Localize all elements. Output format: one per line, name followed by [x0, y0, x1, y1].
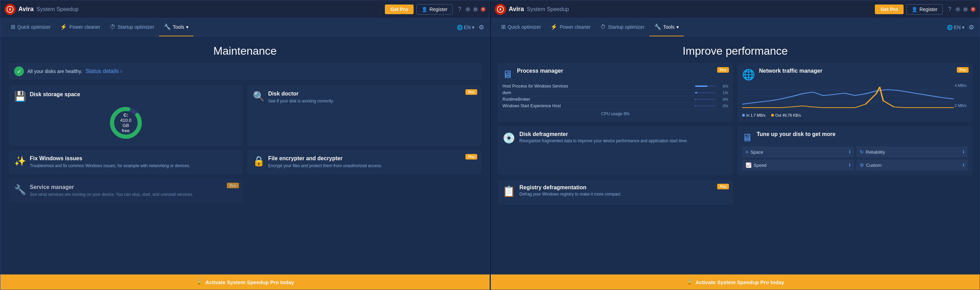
help-icon-right[interactable]: ?	[948, 6, 951, 13]
nav-startup-optimizer-left[interactable]: ⏱ Startup optimizer	[105, 18, 159, 36]
page-title-right: Improve performance	[491, 36, 980, 63]
minimize-button-right[interactable]: ─	[955, 7, 960, 12]
activate-bar-left[interactable]: 🔒 Activate System Speedup Pro today	[0, 274, 490, 290]
lock-icon-right: 🔒	[686, 279, 693, 285]
get-pro-button-right[interactable]: Get Pro	[875, 5, 904, 14]
tune-custom-button[interactable]: ⚙ Custom ℹ	[856, 159, 968, 170]
out-dot	[771, 114, 774, 116]
defrag-title: Disk defragmenter	[519, 131, 688, 137]
window-controls-left: ─ □ ✕	[465, 7, 485, 12]
nav-tools-left[interactable]: 🔧 Tools ▾	[159, 18, 194, 36]
close-button-right[interactable]: ✕	[970, 7, 975, 12]
left-window: Avira System Speedup Get Pro 👤 Register …	[0, 0, 490, 290]
health-message: All your disks are healthy.	[27, 69, 82, 74]
defrag-desc: Reorganize fragmented data to improve yo…	[519, 138, 688, 144]
globe-icon-left: 🌐	[457, 25, 463, 30]
disk-donut: C: 410.0 GB free	[108, 105, 143, 140]
disk-doctor-title: Disk doctor	[268, 91, 334, 97]
navbar-right: ⊞ Quick optimizer ⚡ Power cleaner ⏱ Star…	[491, 18, 980, 36]
space-icon: ≡	[746, 149, 748, 155]
titlebar-icons-right: ?	[948, 6, 951, 13]
register-button-right[interactable]: 👤 Register	[906, 4, 943, 14]
registry-pro-badge: Pro	[717, 184, 729, 189]
file-encrypter-title: File encrypter and decrypter	[268, 155, 382, 162]
close-button-left[interactable]: ✕	[480, 7, 485, 12]
tune-up-icon: 🖥	[742, 132, 752, 143]
tune-speed-button[interactable]: 📈 Speed ℹ	[742, 159, 854, 170]
process-item-1: dwm 1%	[503, 90, 728, 96]
tools-icon-right: 🔧	[654, 24, 661, 30]
lock-icon-left: 🔒	[196, 279, 203, 285]
nav-tools-right[interactable]: 🔧 Tools ▾	[649, 18, 684, 36]
fix-windows-title: Fix Windows issues	[30, 155, 190, 162]
network-icon: 🌐	[742, 69, 755, 81]
custom-info-icon[interactable]: ℹ	[963, 163, 964, 167]
health-check-icon: ✓	[14, 67, 24, 76]
content-left: Maintenance ✓ All your disks are healthy…	[0, 36, 490, 274]
tune-reliability-button[interactable]: ↻ Reliability ℹ	[856, 147, 968, 158]
chevron-right-icon: ›	[120, 68, 122, 75]
nav-power-cleaner-left[interactable]: ⚡ Power cleaner	[55, 18, 105, 36]
network-traffic-card: Pro 🌐 Network traffic manager	[737, 63, 973, 122]
quick-optimizer-icon-left: ⊞	[11, 24, 15, 30]
defrag-icon: 💿	[503, 132, 515, 144]
app-name-right: Avira	[509, 6, 524, 13]
status-details-link[interactable]: Status details ›	[86, 68, 122, 75]
tools-icon-left: 🔧	[164, 24, 171, 30]
custom-icon: ⚙	[860, 162, 864, 168]
app-subtitle-right: System Speedup	[527, 6, 569, 13]
service-manager-desc: See what services are running on your de…	[30, 192, 193, 198]
avira-logo-right	[495, 4, 506, 15]
service-manager-title: Service manager	[30, 184, 193, 190]
space-info-icon[interactable]: ℹ	[849, 150, 851, 155]
file-encrypter-card: Pro 🔒 File encrypter and decrypter Encry…	[247, 150, 482, 174]
service-manager-pro-badge: Pro	[227, 183, 239, 188]
language-selector-left[interactable]: 🌐 EN ▾	[457, 25, 474, 30]
in-dot	[742, 114, 745, 116]
activate-bar-right[interactable]: 🔒 Activate System Speedup Pro today	[491, 274, 980, 290]
network-pro-badge: Pro	[957, 67, 969, 73]
disk-doctor-desc: See if your disk is working correctly.	[268, 98, 334, 104]
app-name-left: Avira	[18, 6, 33, 13]
get-pro-button-left[interactable]: Get Pro	[385, 5, 414, 14]
disk-storage-card: 💾 Disk storage space C: 410.0 GB	[9, 85, 243, 146]
improve-content: Pro 🖥 Process manager Host Process for W…	[491, 63, 980, 274]
service-manager-icon: 🔧	[14, 184, 26, 196]
disk-doctor-card: Pro 🔍 Disk doctor See if your disk is wo…	[247, 85, 482, 146]
user-icon-right: 👤	[912, 6, 917, 12]
settings-icon-right[interactable]: ⚙	[969, 24, 974, 31]
service-manager-card: Pro 🔧 Service manager See what services …	[9, 178, 243, 203]
maximize-button-left[interactable]: □	[473, 7, 478, 12]
nav-startup-optimizer-right[interactable]: ⏱ Startup optimizer	[595, 18, 649, 36]
process-list: Host Process for Windows Services 6% dwm…	[503, 83, 728, 109]
network-labels: 4 MB/s 2 MB/s	[955, 83, 967, 108]
window-controls-right: ─ □ ✕	[955, 7, 975, 12]
help-icon-left[interactable]: ?	[458, 6, 461, 13]
network-legend: In 1.7 MB/s Out 49.78 KB/s	[742, 113, 968, 117]
nav-quick-optimizer-right[interactable]: ⊞ Quick optimizer	[496, 18, 546, 36]
startup-icon-right: ⏱	[600, 24, 606, 30]
content-right: Improve performance Pro 🖥 Process manage…	[491, 36, 980, 274]
power-cleaner-icon-left: ⚡	[60, 24, 67, 30]
process-manager-card: Pro 🖥 Process manager Host Process for W…	[498, 63, 733, 122]
process-item-0: Host Process for Windows Services 6%	[503, 83, 728, 90]
process-manager-pro-badge: Pro	[717, 67, 729, 73]
reliability-info-icon[interactable]: ℹ	[963, 150, 964, 155]
cards-grid-left: 💾 Disk storage space C: 410.0 GB	[9, 85, 481, 203]
register-button-left[interactable]: 👤 Register	[416, 4, 453, 14]
fix-windows-card: ✨ Fix Windows issues Troubleshoot and fi…	[9, 150, 243, 174]
registry-icon: 📋	[503, 185, 515, 197]
nav-quick-optimizer-left[interactable]: ⊞ Quick optimizer	[6, 18, 55, 36]
titlebar-left: Avira System Speedup Get Pro 👤 Register …	[0, 0, 490, 18]
improve-grid: Pro 🖥 Process manager Host Process for W…	[498, 63, 973, 205]
tune-buttons: ≡ Space ℹ ↻ Reliability ℹ 📈 Speed ℹ	[742, 147, 968, 170]
minimize-button-left[interactable]: ─	[465, 7, 470, 12]
language-selector-right[interactable]: 🌐 EN ▾	[947, 25, 964, 30]
tune-space-button[interactable]: ≡ Space ℹ	[742, 147, 854, 158]
process-item-3: Windows Start Experience Host 0%	[503, 103, 728, 109]
maximize-button-right[interactable]: □	[963, 7, 968, 12]
settings-icon-left[interactable]: ⚙	[479, 24, 484, 31]
nav-power-cleaner-right[interactable]: ⚡ Power cleaner	[546, 18, 595, 36]
speed-info-icon[interactable]: ℹ	[849, 163, 851, 167]
registry-title: Registry defragmentation	[519, 185, 620, 191]
